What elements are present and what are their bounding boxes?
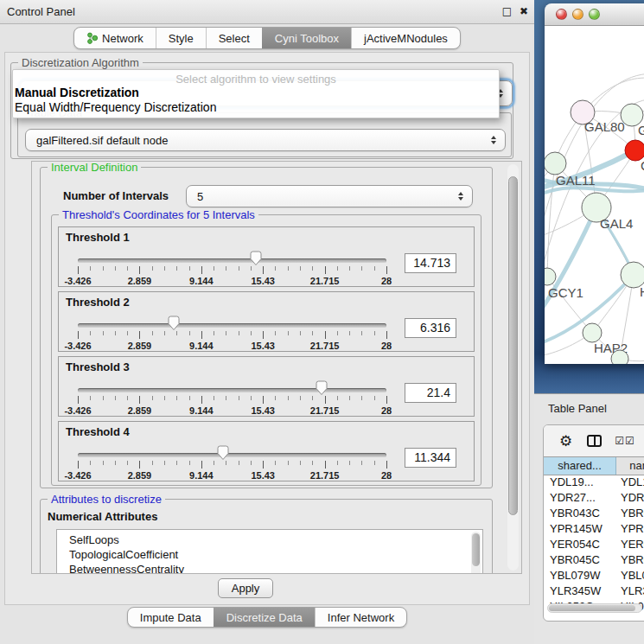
- close-light[interactable]: [556, 9, 567, 20]
- settings-gear-icon[interactable]: ⚙: [559, 434, 572, 449]
- tab-label: Infer Network: [328, 611, 394, 624]
- scrollbar-thumb[interactable]: [549, 605, 635, 611]
- threshold-panel: Threshold 4 -3.4262.8599.14415.4321.7152…: [58, 421, 475, 481]
- table-body: YDL19... YDL1 YDR27... YDR2 YBR043C YBR0…: [544, 475, 644, 615]
- table-row[interactable]: YDR27... YDR2: [544, 491, 644, 507]
- network-node[interactable]: [611, 350, 628, 364]
- slider-track[interactable]: [78, 453, 386, 457]
- group-title: Attributes to discretize: [48, 493, 165, 506]
- tab-style[interactable]: Style: [156, 28, 206, 48]
- node-label: C: [641, 158, 644, 173]
- scrollbar-thumb[interactable]: [508, 176, 518, 515]
- threshold-slider[interactable]: -3.4262.8599.14415.4321.71528: [78, 444, 386, 481]
- thresholds-group: Threshold's Coordinates for 5 Intervals …: [51, 214, 481, 486]
- network-window-titlebar[interactable]: [545, 3, 644, 26]
- bottom-tab-bar: Impute Data Discretize Data Infer Networ…: [127, 607, 407, 628]
- table-row[interactable]: YLR345W YLR3: [544, 584, 644, 600]
- zoom-light[interactable]: [589, 9, 600, 20]
- minimize-light[interactable]: [572, 9, 583, 20]
- threshold-value-field[interactable]: 11.344: [405, 448, 456, 468]
- attribute-item[interactable]: BetweennessCentrality: [69, 562, 482, 574]
- algorithm-option[interactable]: Equal Width/Frequency Discretization: [13, 100, 499, 115]
- slider-handle[interactable]: [216, 445, 229, 463]
- network-node-HAP2[interactable]: [583, 323, 602, 342]
- tab-network[interactable]: Network: [74, 28, 156, 48]
- network-view-window[interactable]: GAL80GACGAL11GAL4GCY1HHAP2: [545, 3, 644, 364]
- slider-handle[interactable]: [250, 251, 263, 269]
- table-column-header[interactable]: name: [616, 457, 644, 475]
- network-canvas[interactable]: GAL80GACGAL11GAL4GCY1HHAP2: [545, 26, 644, 364]
- tab-label: Impute Data: [140, 611, 201, 624]
- spinner-stepper-icon[interactable]: [458, 192, 463, 201]
- tab-cyni-toolbox[interactable]: Cyni Toolbox: [262, 28, 351, 48]
- slider-track[interactable]: [78, 323, 386, 328]
- numerical-attributes-list[interactable]: SelfLoopsTopologicalCoefficientBetweenne…: [56, 529, 483, 574]
- intervals-count-label: Number of Intervals: [63, 185, 169, 207]
- table-column-header[interactable]: shared...: [544, 457, 616, 475]
- control-panel-titlebar: Control Panel □ ✖: [0, 0, 534, 24]
- threshold-slider[interactable]: -3.4262.8599.14415.4321.71528: [78, 379, 386, 416]
- table-cell: YBR0: [616, 507, 644, 522]
- slider-track[interactable]: [78, 258, 386, 263]
- slider-track[interactable]: [78, 388, 386, 392]
- float-window-icon[interactable]: □: [502, 5, 512, 17]
- table-cell: YER0: [616, 538, 644, 553]
- attribute-item[interactable]: SelfLoops: [69, 532, 482, 547]
- threshold-list: Threshold 1 -3.4262.8599.14415.4321.7152…: [58, 226, 475, 481]
- threshold-slider[interactable]: -3.4262.8599.14415.4321.71528: [78, 250, 386, 286]
- table-data-combobox[interactable]: galFiltered.sif default node: [25, 129, 506, 151]
- network-node-GAL11[interactable]: [545, 152, 566, 175]
- node-label: GAL80: [584, 119, 625, 134]
- slider-handle[interactable]: [167, 316, 180, 334]
- scrollbar-thumb[interactable]: [472, 533, 480, 566]
- threshold-value-field[interactable]: 6.316: [405, 318, 456, 338]
- tab-jactivemnodules[interactable]: jActiveMNodules: [351, 28, 460, 48]
- apply-button[interactable]: Apply: [218, 578, 273, 598]
- threshold-slider[interactable]: -3.4262.8599.14415.4321.71528: [78, 315, 386, 351]
- network-node-GCY1[interactable]: [545, 268, 556, 285]
- tab-infer-network[interactable]: Infer Network: [315, 608, 406, 627]
- table-cell: YBL0: [616, 569, 644, 584]
- table-cell: YDL1: [616, 475, 644, 491]
- table-row[interactable]: YDL19... YDL1: [544, 475, 644, 491]
- threshold-label: Threshold 2: [66, 296, 130, 309]
- tab-label: Cyni Toolbox: [275, 32, 339, 45]
- attribute-item[interactable]: TopologicalCoefficient: [69, 547, 482, 562]
- table-cell: YDR27...: [544, 491, 616, 507]
- split-view-icon[interactable]: [587, 435, 602, 447]
- intervals-spinner[interactable]: 5: [186, 185, 473, 207]
- settings-scrollbar[interactable]: [507, 164, 519, 571]
- table-cell: YBR0: [616, 553, 644, 569]
- table-cell: YBL079W: [544, 569, 616, 584]
- combobox-stepper-icon[interactable]: [491, 136, 496, 144]
- network-icon: [86, 32, 98, 44]
- list-scrollbar[interactable]: [471, 532, 481, 574]
- top-tab-strip: Network Style Select Cyni Toolbox jActiv…: [0, 27, 534, 49]
- table-cell: YLR3: [616, 584, 644, 600]
- tab-select[interactable]: Select: [206, 28, 262, 48]
- algorithm-option[interactable]: Manual Discretization: [13, 86, 499, 100]
- threshold-value-field[interactable]: 14.713: [405, 253, 456, 273]
- slider-tick-labels: -3.4262.8599.14415.4321.71528: [78, 276, 386, 286]
- table-data-group: Table Data galFiltered.sif default node: [17, 112, 512, 157]
- tab-label: Select: [219, 32, 250, 45]
- select-columns-icon[interactable]: ☑☑: [615, 435, 635, 447]
- close-icon[interactable]: ✖: [520, 5, 528, 17]
- table-row[interactable]: YER054C YER0: [544, 538, 644, 553]
- node-label: GAL4: [600, 216, 633, 231]
- table-row[interactable]: YBR043C YBR0: [544, 507, 644, 522]
- table-row[interactable]: YBR045C YBR0: [544, 553, 644, 569]
- node-label: H: [640, 284, 644, 299]
- table-row[interactable]: YPR145W YPR1: [544, 522, 644, 538]
- table-cell: YDL19...: [544, 475, 616, 491]
- tab-impute-data[interactable]: Impute Data: [128, 608, 214, 627]
- table-cell: YBR045C: [544, 553, 616, 569]
- slider-handle[interactable]: [316, 380, 328, 399]
- threshold-label: Threshold 1: [66, 231, 130, 244]
- table-cell: YDR2: [616, 491, 644, 507]
- table-row[interactable]: YBL079W YBL0: [544, 569, 644, 584]
- tab-discretize-data[interactable]: Discretize Data: [214, 608, 315, 627]
- table-hscrollbar[interactable]: [547, 603, 642, 613]
- table-panel-title: Table Panel: [548, 402, 607, 415]
- threshold-value-field[interactable]: 21.4: [405, 383, 456, 403]
